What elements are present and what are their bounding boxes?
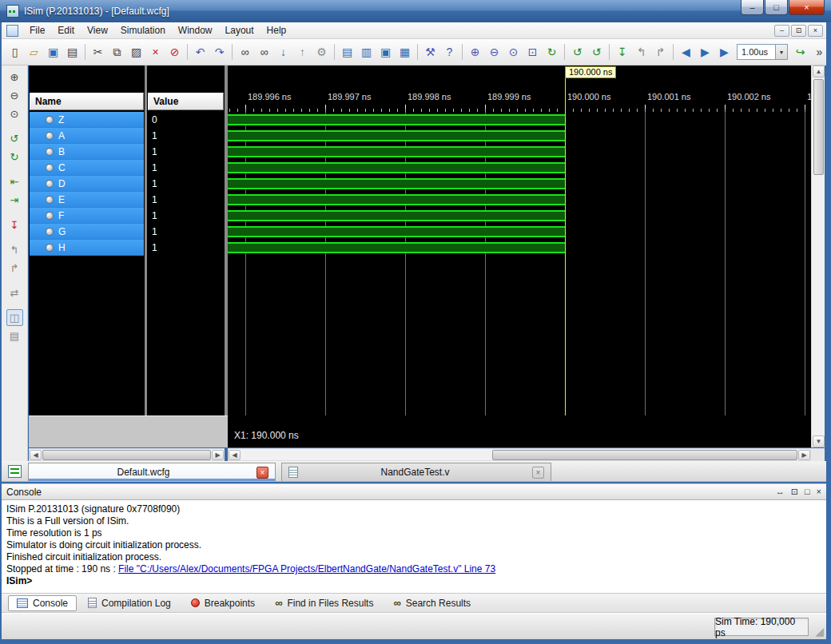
- menu-edit[interactable]: Edit: [51, 23, 81, 38]
- tab-breakpoints[interactable]: Breakpoints: [182, 595, 264, 611]
- names-horizontal-scrollbar[interactable]: ◀ ▶: [29, 448, 225, 461]
- scroll-right-icon[interactable]: ▶: [212, 450, 224, 460]
- ruler-icon[interactable]: ▤: [6, 328, 23, 344]
- scrollbar-thumb[interactable]: [492, 450, 797, 460]
- run-time-combo[interactable]: 1.00us ▼: [737, 44, 788, 60]
- signal-row[interactable]: B: [30, 144, 144, 160]
- tab-console[interactable]: Console: [8, 595, 77, 611]
- goto-time-icon[interactable]: ◀: [677, 43, 695, 62]
- zoom-out-icon[interactable]: ⊖: [485, 43, 503, 62]
- tab-compilation-log[interactable]: Compilation Log: [79, 595, 180, 611]
- prev-transition-icon[interactable]: ⇤: [6, 173, 23, 190]
- tab-find-in-files-results[interactable]: ∞ Find in Files Results: [266, 595, 382, 611]
- relaunch-icon[interactable]: ↺: [568, 43, 586, 62]
- close-icon[interactable]: ×: [817, 487, 821, 497]
- close-tab-icon[interactable]: ×: [532, 467, 544, 479]
- signal-row[interactable]: A: [30, 128, 144, 144]
- scroll-left-icon[interactable]: ◀: [229, 450, 241, 460]
- source-file-link[interactable]: File "C:/Users/Alex/Documents/FPGA Proje…: [118, 563, 495, 574]
- zoom-in-icon[interactable]: ⊕: [6, 69, 23, 85]
- minimize-button[interactable]: –: [741, 0, 764, 15]
- go-prev-event-icon[interactable]: ↺: [6, 130, 23, 147]
- close-tab-icon[interactable]: ×: [256, 467, 268, 479]
- run-icon[interactable]: ▶: [696, 43, 714, 62]
- name-column-header[interactable]: Name: [30, 93, 144, 110]
- title-bar[interactable]: ISim (P.20131013) - [Default.wcfg] – □ ×: [0, 0, 831, 22]
- tab-search-results[interactable]: ∞ Search Results: [384, 595, 479, 611]
- close-button[interactable]: ×: [789, 0, 825, 15]
- scroll-down-icon[interactable]: ▼: [813, 435, 825, 447]
- cut-icon[interactable]: ✂: [89, 43, 107, 62]
- run-time-dropdown-button[interactable]: ▼: [775, 45, 787, 59]
- menu-simulation[interactable]: Simulation: [114, 23, 172, 38]
- undo-icon[interactable]: ↶: [191, 43, 209, 62]
- prev-marker-icon[interactable]: ↰: [6, 241, 23, 258]
- delete-icon[interactable]: ×: [146, 43, 165, 62]
- save-icon[interactable]: ▣: [44, 43, 62, 62]
- signal-row[interactable]: E: [30, 192, 144, 208]
- zoom-in-icon[interactable]: ⊕: [466, 43, 484, 62]
- menu-layout[interactable]: Layout: [219, 23, 260, 38]
- redo-icon[interactable]: ↷: [210, 43, 229, 62]
- paste-icon[interactable]: ▨: [127, 43, 145, 62]
- new-document-icon[interactable]: ▯: [6, 43, 24, 62]
- stop-icon[interactable]: ⊘: [165, 43, 184, 62]
- tab-nandgatetest-v[interactable]: NandGateTest.v ×: [281, 463, 551, 481]
- goto-next-icon[interactable]: ↓: [274, 43, 292, 62]
- signal-row[interactable]: C: [30, 160, 144, 176]
- scroll-left-icon[interactable]: ◀: [30, 450, 42, 460]
- menu-file[interactable]: File: [23, 23, 51, 38]
- vertical-scrollbar[interactable]: ▲ ▼: [811, 66, 825, 447]
- marker-icon[interactable]: ↧: [6, 217, 23, 233]
- step-icon[interactable]: ↧: [613, 43, 631, 62]
- run-for-time-icon[interactable]: ▶: [715, 43, 734, 62]
- tile-grid-icon[interactable]: ▦: [396, 43, 414, 62]
- signal-row[interactable]: G: [30, 224, 144, 240]
- refresh-icon[interactable]: ↻: [543, 43, 561, 62]
- find-icon[interactable]: ∞: [236, 43, 254, 62]
- resize-grip[interactable]: ◢: [815, 626, 824, 637]
- signal-row[interactable]: F: [30, 208, 144, 224]
- swap-cursors-icon[interactable]: ⇄: [6, 284, 23, 301]
- float-panel-icon[interactable]: ◫: [6, 309, 23, 326]
- scrollbar-thumb[interactable]: [42, 450, 211, 460]
- zoom-out-icon[interactable]: ⊖: [6, 87, 23, 104]
- waveform-panel[interactable]: 190.000 ns 189.996 ns 189.997 ns 189.998…: [228, 66, 811, 447]
- tile-vertical-icon[interactable]: ▥: [357, 43, 376, 62]
- scroll-right-icon[interactable]: ▶: [798, 450, 810, 460]
- toolbar-overflow-button[interactable]: »: [810, 43, 829, 62]
- tools-icon[interactable]: ⚒: [421, 43, 439, 62]
- mdi-restore-button[interactable]: ⊡: [791, 25, 806, 37]
- goto-prev-icon[interactable]: ↑: [293, 43, 312, 62]
- time-ruler[interactable]: 189.996 ns 189.997 ns 189.998 ns 189.999…: [228, 89, 811, 112]
- scroll-up-icon[interactable]: ▲: [813, 66, 825, 78]
- wave-horizontal-scrollbar[interactable]: ◀ ▶: [228, 448, 811, 461]
- find-in-files-icon[interactable]: ∞: [255, 43, 273, 62]
- mdi-close-button[interactable]: ×: [808, 25, 823, 37]
- maximize-button[interactable]: □: [765, 0, 788, 15]
- next-transition-icon[interactable]: ⇥: [6, 192, 23, 209]
- print-icon[interactable]: ▤: [63, 43, 82, 62]
- zoom-full-icon[interactable]: ⊙: [504, 43, 523, 62]
- copy-icon[interactable]: ⧉: [108, 43, 126, 62]
- value-column-header[interactable]: Value: [148, 93, 224, 110]
- float-icon[interactable]: □: [805, 487, 810, 497]
- step-return-icon[interactable]: ↪: [791, 43, 809, 62]
- console-output[interactable]: ISim P.20131013 (signature 0x7708f090) T…: [2, 500, 826, 594]
- cascade-icon[interactable]: ▣: [376, 43, 395, 62]
- scrollbar-thumb[interactable]: [813, 79, 824, 175]
- restart-icon[interactable]: ↺: [587, 43, 606, 62]
- tile-horizontal-icon[interactable]: ▤: [338, 43, 356, 62]
- signal-row[interactable]: H: [30, 240, 144, 256]
- signal-row[interactable]: Z: [30, 112, 144, 128]
- signal-row[interactable]: D: [30, 176, 144, 192]
- zoom-area-icon[interactable]: ⊡: [523, 43, 542, 62]
- open-icon[interactable]: ▱: [25, 43, 43, 62]
- console-header[interactable]: Console ↔ ⊡ □ ×: [2, 483, 826, 500]
- time-cursor-line[interactable]: [565, 78, 566, 415]
- go-next-event-icon[interactable]: ↻: [6, 149, 23, 165]
- menu-window[interactable]: Window: [172, 23, 219, 38]
- menu-help[interactable]: Help: [260, 23, 293, 38]
- restore-icon[interactable]: ⊡: [791, 487, 798, 497]
- settings-icon[interactable]: ⚙: [312, 43, 331, 62]
